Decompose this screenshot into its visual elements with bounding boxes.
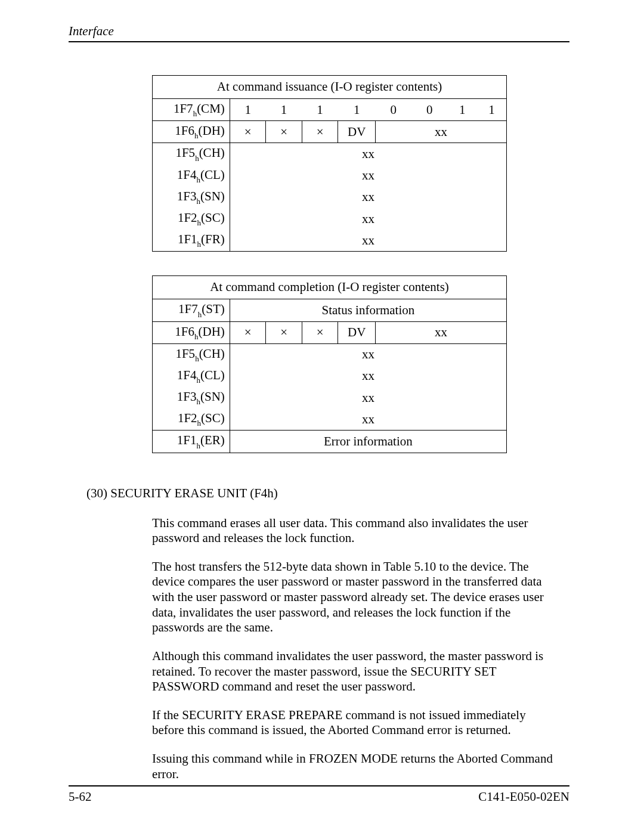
bit-cell: ×: [230, 321, 266, 343]
reg-1f1-er-label: 1F1h(ER): [153, 431, 230, 453]
reg-1f1-fr-label: 1F1h(FR): [153, 230, 230, 252]
reg-1f2-sc-label: 1F2h(SC): [153, 208, 230, 230]
reg-1f4-cl-label: 1F4h(CL): [153, 165, 230, 187]
reg-1f4-cl-label: 1F4h(CL): [153, 366, 230, 387]
label-main: 1F4: [177, 368, 197, 382]
bit-cell: ×: [302, 121, 338, 143]
bit-cell: 0: [411, 99, 448, 121]
bit-cell-span: xx: [230, 230, 506, 252]
label-sub: h: [195, 354, 199, 363]
bit-cell-span: Error information: [230, 431, 506, 453]
bit-cell-span: xx: [375, 121, 506, 143]
bit-cell: DV: [338, 321, 376, 343]
footer-rule: [69, 785, 569, 786]
table-issuance: At command issuance (I-O register conten…: [152, 75, 507, 252]
reg-1f5-ch-label: 1F5h(CH): [153, 143, 230, 165]
bit-cell: ×: [266, 321, 302, 343]
label-suffix: (CH): [199, 346, 225, 361]
bit-cell-span: xx: [230, 187, 506, 208]
reg-1f5-ch-label: 1F5h(CH): [153, 343, 230, 366]
label-sub: h: [196, 376, 200, 385]
label-suffix: (CM): [197, 101, 225, 116]
bit-cell: ×: [230, 121, 266, 143]
label-sub: h: [197, 419, 202, 428]
label-main: 1F6: [175, 123, 194, 138]
label-suffix: (FR): [201, 232, 225, 246]
bit-cell: DV: [338, 121, 376, 143]
body-para: Issuing this command while in FROZEN MOD…: [152, 751, 558, 782]
body-para: This command erases all user data. This …: [152, 516, 558, 546]
bit-cell: ×: [266, 121, 302, 143]
label-main: 1F1: [177, 433, 197, 447]
label-sub: h: [196, 397, 200, 406]
bit-cell: 1: [266, 99, 302, 121]
label-suffix: (CH): [199, 145, 225, 160]
reg-1f3-sn-label: 1F3h(SN): [153, 387, 230, 408]
section-title: (30) SECURITY ERASE UNIT (F4h): [86, 486, 569, 501]
bit-cell-span: xx: [230, 408, 506, 431]
table-completion: At command completion (I-O register cont…: [152, 275, 507, 453]
label-sub: h: [196, 197, 200, 206]
reg-1f3-sn-label: 1F3h(SN): [153, 187, 230, 208]
reg-1f7-st-label: 1F7h(ST): [153, 299, 230, 321]
bit-cell-span: xx: [230, 143, 506, 165]
body-para: If the SECURITY ERASE PREPARE command is…: [152, 708, 558, 738]
label-suffix: (ER): [200, 433, 225, 447]
label-suffix: (DH): [198, 324, 224, 339]
bit-cell-span: xx: [375, 321, 506, 343]
reg-1f6-dh-label: 1F6h(DH): [153, 121, 230, 143]
reg-1f2-sc-label: 1F2h(SC): [153, 408, 230, 431]
label-suffix: (ST): [202, 302, 225, 316]
label-sub: h: [197, 240, 202, 249]
running-head: Interface: [69, 24, 569, 42]
body-para: Although this command invalidates the us…: [152, 649, 558, 695]
bit-cell: ×: [302, 321, 338, 343]
label-sub: h: [194, 131, 199, 140]
label-main: 1F2: [178, 210, 197, 225]
label-main: 1F3: [177, 189, 197, 203]
label-main: 1F7: [178, 302, 198, 316]
bit-cell-span: Status information: [230, 299, 506, 321]
label-main: 1F7: [174, 101, 193, 116]
bit-cell: 1: [302, 99, 338, 121]
label-suffix: (SN): [200, 389, 225, 404]
bit-cell-span: xx: [230, 208, 506, 230]
bit-cell-span: xx: [230, 366, 506, 387]
table-issuance-title: At command issuance (I-O register conten…: [153, 76, 507, 99]
label-main: 1F5: [175, 145, 195, 160]
label-sub: h: [196, 441, 200, 450]
bit-cell-span: xx: [230, 343, 506, 366]
label-main: 1F2: [178, 411, 197, 425]
bit-cell-span: xx: [230, 165, 506, 187]
reg-1f6-dh-label: 1F6h(DH): [153, 321, 230, 343]
label-sub: h: [193, 109, 197, 118]
label-sub: h: [194, 332, 199, 341]
label-suffix: (CL): [200, 368, 225, 382]
label-suffix: (CL): [200, 168, 225, 182]
label-suffix: (DH): [198, 123, 224, 138]
label-suffix: (SN): [200, 189, 225, 203]
label-sub: h: [196, 175, 200, 184]
footer-page-number: 5-62: [69, 789, 92, 804]
label-main: 1F1: [178, 232, 197, 246]
label-main: 1F6: [175, 324, 194, 339]
label-sub: h: [198, 310, 202, 319]
reg-1f7-cm-label: 1F7h(CM): [153, 99, 230, 121]
label-main: 1F4: [177, 168, 197, 182]
footer-doc-id: C141-E050-02EN: [478, 789, 569, 804]
bit-cell: 1: [477, 99, 507, 121]
label-main: 1F5: [175, 346, 195, 361]
table-completion-title: At command completion (I-O register cont…: [153, 276, 507, 299]
label-suffix: (SC): [201, 210, 225, 225]
bit-cell: 1: [447, 99, 477, 121]
label-suffix: (SC): [201, 411, 225, 425]
label-sub: h: [197, 218, 202, 227]
label-main: 1F3: [177, 389, 197, 404]
label-sub: h: [195, 154, 199, 163]
bit-cell-span: xx: [230, 387, 506, 408]
body-para: The host transfers the 512-byte data sho…: [152, 559, 558, 636]
bit-cell: 0: [375, 99, 411, 121]
bit-cell: 1: [338, 99, 376, 121]
bit-cell: 1: [230, 99, 266, 121]
